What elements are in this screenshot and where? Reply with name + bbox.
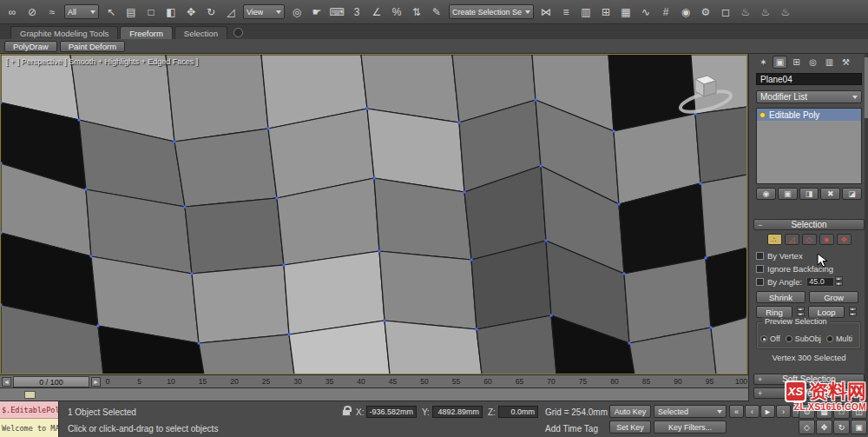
- viewport-label[interactable]: [ + ] Perspective ] Smooth + Highlights …: [6, 57, 198, 66]
- auto-key-button[interactable]: Auto Key: [609, 405, 651, 418]
- mesh-face[interactable]: [166, 55, 268, 142]
- mesh-vertex[interactable]: [746, 316, 747, 319]
- ring-spinner-up-icon[interactable]: [797, 307, 805, 311]
- selection-region-icon[interactable]: □: [141, 3, 161, 22]
- listener-script-line[interactable]: Welcome to MAX: [0, 419, 58, 437]
- grow-button[interactable]: Grow: [809, 291, 858, 303]
- mesh-face[interactable]: [284, 251, 385, 334]
- material-editor-icon[interactable]: ◉: [676, 3, 695, 22]
- select-and-manipulate-icon[interactable]: ☛: [307, 3, 326, 22]
- by-angle-spinner-down-icon[interactable]: [835, 281, 843, 286]
- ignore-backfacing-checkbox[interactable]: [756, 265, 764, 273]
- key-selection-set-dropdown[interactable]: Selected: [654, 405, 727, 418]
- mesh-vertex[interactable]: [746, 174, 747, 176]
- mesh-face[interactable]: [379, 251, 477, 329]
- angle-snap-icon[interactable]: ∠: [367, 3, 386, 22]
- mesh-vertex[interactable]: [288, 334, 291, 336]
- viewport-gizmo[interactable]: [661, 70, 744, 121]
- panel-tab-utilities[interactable]: ⚒: [838, 56, 853, 69]
- mesh-vertex[interactable]: [470, 259, 473, 262]
- mesh-vertex[interactable]: [283, 264, 286, 267]
- reference-coordinate-dropdown[interactable]: View: [243, 4, 285, 19]
- mesh-vertex[interactable]: [623, 273, 626, 275]
- loop-spinner[interactable]: [849, 307, 857, 317]
- mesh-face[interactable]: [706, 248, 746, 328]
- mesh-vertex[interactable]: [458, 122, 461, 124]
- coord-x-field[interactable]: -936.582mm: [366, 406, 417, 418]
- tab-freeform[interactable]: Freeform: [120, 26, 173, 39]
- by-angle-checkbox[interactable]: [756, 278, 764, 286]
- object-name-field[interactable]: Plane04: [756, 73, 862, 85]
- keyboard-override-icon[interactable]: ⌨: [327, 3, 346, 22]
- mesh-vertex[interactable]: [276, 197, 279, 200]
- mesh-face[interactable]: [185, 198, 284, 274]
- mesh-face[interactable]: [174, 129, 277, 207]
- render-setup-icon[interactable]: ⚙: [696, 3, 715, 22]
- mesh-vertex[interactable]: [366, 108, 369, 110]
- add-time-tag[interactable]: Add Time Tag: [545, 424, 598, 434]
- mesh-vertex[interactable]: [550, 315, 553, 317]
- visibility-bulb-icon[interactable]: [760, 112, 766, 118]
- ring-spinner[interactable]: [797, 307, 805, 317]
- mesh-face[interactable]: [385, 321, 482, 374]
- select-and-move-icon[interactable]: ✥: [181, 3, 201, 22]
- by-vertex-checkbox[interactable]: [756, 252, 764, 260]
- mesh-vertex[interactable]: [746, 106, 747, 109]
- spinner-snap-icon[interactable]: ⇅: [407, 3, 426, 22]
- mesh-vertex[interactable]: [97, 325, 100, 328]
- align-icon[interactable]: ≡: [556, 3, 575, 22]
- mesh-vertex[interactable]: [540, 165, 542, 168]
- mesh-vertex[interactable]: [476, 328, 478, 331]
- preview-multi-radio[interactable]: [826, 335, 833, 342]
- mesh-face[interactable]: [374, 178, 471, 260]
- select-and-scale-icon[interactable]: ◿: [221, 3, 240, 22]
- previous-frame-button[interactable]: ‹: [745, 405, 760, 418]
- modifier-list-dropdown[interactable]: Modifier List: [756, 90, 862, 103]
- mesh-vertex[interactable]: [267, 128, 270, 130]
- mesh-vertex[interactable]: [1, 102, 3, 104]
- subobject-border-icon[interactable]: ◇: [802, 234, 817, 245]
- preview-subobj-radio[interactable]: [786, 335, 792, 342]
- pin-stack-icon[interactable]: ◉: [756, 188, 776, 200]
- orbit-button[interactable]: ↻: [833, 420, 850, 434]
- loop-spinner-up-icon[interactable]: [849, 307, 857, 311]
- by-angle-value[interactable]: 45.0: [806, 277, 834, 287]
- mesh-vertex[interactable]: [746, 247, 747, 249]
- percent-snap-icon[interactable]: %: [387, 3, 406, 22]
- schematic-view-icon[interactable]: #: [656, 3, 675, 22]
- layer-manager-icon[interactable]: ▥: [576, 3, 595, 22]
- mesh-vertex[interactable]: [378, 250, 381, 253]
- mesh-vertex[interactable]: [184, 206, 187, 209]
- mesh-vertex[interactable]: [700, 182, 702, 185]
- mesh-vertex[interactable]: [78, 119, 81, 122]
- bind-to-space-warp-icon[interactable]: ≈: [43, 3, 62, 22]
- panel-scrollbar[interactable]: [865, 54, 868, 401]
- trackbar-marker[interactable]: [24, 391, 36, 399]
- make-unique-icon[interactable]: ◨: [799, 188, 819, 200]
- mesh-vertex[interactable]: [535, 99, 537, 102]
- panel-tab-motion[interactable]: ◎: [806, 56, 820, 69]
- mesh-vertex[interactable]: [545, 240, 548, 242]
- use-pivot-center-icon[interactable]: ◎: [287, 3, 306, 22]
- play-animation-button[interactable]: ►: [760, 405, 775, 418]
- by-angle-spinner-up-icon[interactable]: [835, 276, 843, 281]
- set-key-button[interactable]: Set Key: [609, 420, 651, 434]
- configure-modifier-sets-icon[interactable]: ◪: [842, 188, 862, 200]
- time-slider-prev-arrow[interactable]: ◄: [2, 377, 11, 387]
- mirror-icon[interactable]: ⋈: [536, 3, 556, 22]
- mesh-face[interactable]: [700, 175, 746, 258]
- select-and-link-icon[interactable]: ∞: [3, 3, 22, 22]
- select-and-rotate-icon[interactable]: ↻: [201, 3, 220, 22]
- mesh-vertex[interactable]: [705, 257, 707, 260]
- mesh-vertex[interactable]: [618, 203, 621, 206]
- loop-spinner-down-icon[interactable]: [849, 312, 857, 316]
- coord-z-field[interactable]: 0.0mm: [498, 406, 538, 418]
- timeline[interactable]: ◄ 0 / 100 ► 0510152025303540455055606570…: [0, 374, 748, 388]
- modifier-stack[interactable]: Editable Poly: [756, 108, 862, 184]
- mesh-vertex[interactable]: [628, 342, 631, 345]
- modifier-stack-item[interactable]: Editable Poly: [757, 109, 861, 121]
- key-filters-button[interactable]: Key Filters...: [654, 420, 727, 434]
- remove-modifier-icon[interactable]: ✖: [820, 188, 840, 200]
- selection-rollout-header[interactable]: − Selection: [753, 219, 865, 230]
- mesh-face[interactable]: [711, 317, 746, 374]
